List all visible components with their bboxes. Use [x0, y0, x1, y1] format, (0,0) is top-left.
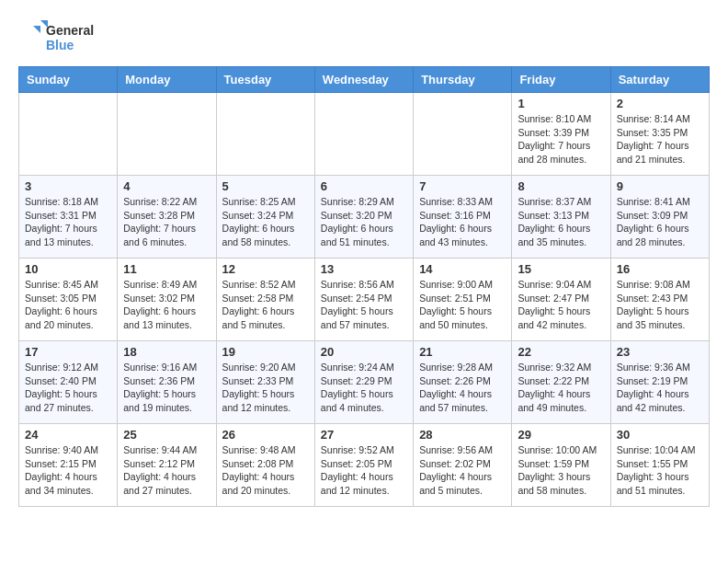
- day-info: Sunrise: 9:44 AM Sunset: 2:12 PM Dayligh…: [123, 443, 210, 498]
- day-number: 3: [25, 179, 111, 193]
- day-info: Sunrise: 9:04 AM Sunset: 2:47 PM Dayligh…: [518, 278, 604, 332]
- calendar-cell: 17Sunrise: 9:12 AM Sunset: 2:40 PM Dayli…: [19, 341, 118, 424]
- day-info: Sunrise: 8:29 AM Sunset: 3:20 PM Dayligh…: [321, 195, 407, 249]
- day-info: Sunrise: 8:25 AM Sunset: 3:24 PM Dayligh…: [222, 195, 309, 249]
- day-info: Sunrise: 8:18 AM Sunset: 3:31 PM Dayligh…: [25, 195, 111, 249]
- day-info: Sunrise: 10:04 AM Sunset: 1:55 PM Daylig…: [617, 443, 703, 498]
- day-number: 10: [25, 262, 111, 276]
- calendar-cell: 6Sunrise: 8:29 AM Sunset: 3:20 PM Daylig…: [314, 176, 413, 259]
- day-number: 7: [419, 179, 506, 193]
- day-number: 24: [25, 428, 111, 442]
- day-number: 19: [222, 345, 309, 359]
- day-info: Sunrise: 8:41 AM Sunset: 3:09 PM Dayligh…: [617, 195, 703, 249]
- day-info: Sunrise: 9:12 AM Sunset: 2:40 PM Dayligh…: [25, 361, 111, 415]
- calendar-cell: 1Sunrise: 8:10 AM Sunset: 3:39 PM Daylig…: [512, 93, 610, 176]
- calendar-cell: 18Sunrise: 9:16 AM Sunset: 2:36 PM Dayli…: [118, 341, 216, 424]
- day-info: Sunrise: 8:45 AM Sunset: 3:05 PM Dayligh…: [25, 278, 111, 332]
- day-number: 22: [518, 345, 604, 359]
- calendar: SundayMondayTuesdayWednesdayThursdayFrid…: [18, 66, 710, 507]
- day-number: 9: [617, 179, 703, 193]
- day-number: 27: [321, 428, 407, 442]
- day-number: 14: [419, 262, 506, 276]
- day-number: 23: [617, 345, 703, 359]
- day-info: Sunrise: 8:49 AM Sunset: 3:02 PM Dayligh…: [123, 278, 210, 332]
- day-number: 17: [25, 345, 111, 359]
- svg-marker-2: [40, 20, 48, 28]
- calendar-cell: 16Sunrise: 9:08 AM Sunset: 2:43 PM Dayli…: [610, 259, 709, 341]
- day-of-week-header: Friday: [512, 67, 610, 93]
- calendar-cell: 24Sunrise: 9:40 AM Sunset: 2:15 PM Dayli…: [19, 424, 118, 507]
- day-info: Sunrise: 8:33 AM Sunset: 3:16 PM Dayligh…: [419, 195, 506, 249]
- day-number: 2: [617, 97, 703, 110]
- day-info: Sunrise: 9:20 AM Sunset: 2:33 PM Dayligh…: [222, 361, 309, 415]
- calendar-cell: [216, 93, 314, 176]
- day-info: Sunrise: 8:22 AM Sunset: 3:28 PM Dayligh…: [123, 195, 210, 249]
- calendar-cell: 23Sunrise: 9:36 AM Sunset: 2:19 PM Dayli…: [610, 341, 709, 424]
- day-number: 12: [222, 262, 309, 276]
- calendar-cell: 29Sunrise: 10:00 AM Sunset: 1:59 PM Dayl…: [512, 424, 610, 507]
- day-info: Sunrise: 9:36 AM Sunset: 2:19 PM Dayligh…: [617, 361, 703, 415]
- day-info: Sunrise: 8:56 AM Sunset: 2:54 PM Dayligh…: [321, 278, 407, 332]
- logo: General Blue: [18, 18, 110, 57]
- day-number: 29: [518, 428, 604, 442]
- calendar-cell: 19Sunrise: 9:20 AM Sunset: 2:33 PM Dayli…: [216, 341, 314, 424]
- calendar-week-row: 17Sunrise: 9:12 AM Sunset: 2:40 PM Dayli…: [19, 341, 710, 424]
- day-number: 28: [419, 428, 506, 442]
- logo-svg: General Blue: [18, 18, 110, 57]
- calendar-cell: 3Sunrise: 8:18 AM Sunset: 3:31 PM Daylig…: [19, 176, 118, 259]
- day-info: Sunrise: 9:56 AM Sunset: 2:02 PM Dayligh…: [419, 443, 506, 498]
- day-number: 15: [518, 262, 604, 276]
- day-info: Sunrise: 9:52 AM Sunset: 2:05 PM Dayligh…: [321, 443, 407, 498]
- day-info: Sunrise: 9:32 AM Sunset: 2:22 PM Dayligh…: [518, 361, 604, 415]
- calendar-cell: 10Sunrise: 8:45 AM Sunset: 3:05 PM Dayli…: [19, 259, 118, 341]
- calendar-cell: 4Sunrise: 8:22 AM Sunset: 3:28 PM Daylig…: [118, 176, 216, 259]
- day-number: 25: [123, 428, 210, 442]
- day-info: Sunrise: 9:28 AM Sunset: 2:26 PM Dayligh…: [419, 361, 506, 415]
- day-number: 5: [222, 179, 309, 193]
- day-number: 6: [321, 179, 407, 193]
- calendar-week-row: 24Sunrise: 9:40 AM Sunset: 2:15 PM Dayli…: [19, 424, 710, 507]
- calendar-cell: 12Sunrise: 8:52 AM Sunset: 2:58 PM Dayli…: [216, 259, 314, 341]
- calendar-header-row: SundayMondayTuesdayWednesdayThursdayFrid…: [19, 67, 710, 93]
- day-info: Sunrise: 9:00 AM Sunset: 2:51 PM Dayligh…: [419, 278, 506, 332]
- day-number: 11: [123, 262, 210, 276]
- day-of-week-header: Sunday: [19, 67, 118, 93]
- calendar-cell: 28Sunrise: 9:56 AM Sunset: 2:02 PM Dayli…: [414, 424, 512, 507]
- day-info: Sunrise: 8:52 AM Sunset: 2:58 PM Dayligh…: [222, 278, 309, 332]
- calendar-week-row: 3Sunrise: 8:18 AM Sunset: 3:31 PM Daylig…: [19, 176, 710, 259]
- calendar-cell: 25Sunrise: 9:44 AM Sunset: 2:12 PM Dayli…: [118, 424, 216, 507]
- calendar-cell: 14Sunrise: 9:00 AM Sunset: 2:51 PM Dayli…: [414, 259, 512, 341]
- calendar-cell: 2Sunrise: 8:14 AM Sunset: 3:35 PM Daylig…: [610, 93, 709, 176]
- calendar-cell: 30Sunrise: 10:04 AM Sunset: 1:55 PM Dayl…: [610, 424, 709, 507]
- calendar-week-row: 1Sunrise: 8:10 AM Sunset: 3:39 PM Daylig…: [19, 93, 710, 176]
- calendar-cell: 13Sunrise: 8:56 AM Sunset: 2:54 PM Dayli…: [314, 259, 413, 341]
- day-number: 20: [321, 345, 407, 359]
- calendar-cell: [314, 93, 413, 176]
- day-number: 8: [518, 179, 604, 193]
- calendar-cell: 22Sunrise: 9:32 AM Sunset: 2:22 PM Dayli…: [512, 341, 610, 424]
- calendar-cell: 8Sunrise: 8:37 AM Sunset: 3:13 PM Daylig…: [512, 176, 610, 259]
- calendar-cell: 20Sunrise: 9:24 AM Sunset: 2:29 PM Dayli…: [314, 341, 413, 424]
- day-info: Sunrise: 10:00 AM Sunset: 1:59 PM Daylig…: [518, 443, 604, 498]
- calendar-cell: [19, 93, 118, 176]
- day-number: 21: [419, 345, 506, 359]
- day-info: Sunrise: 9:48 AM Sunset: 2:08 PM Dayligh…: [222, 443, 309, 498]
- day-number: 4: [123, 179, 210, 193]
- day-info: Sunrise: 9:40 AM Sunset: 2:15 PM Dayligh…: [25, 443, 111, 498]
- day-of-week-header: Monday: [118, 67, 216, 93]
- day-number: 30: [617, 428, 703, 442]
- calendar-cell: 7Sunrise: 8:33 AM Sunset: 3:16 PM Daylig…: [414, 176, 512, 259]
- calendar-cell: 21Sunrise: 9:28 AM Sunset: 2:26 PM Dayli…: [414, 341, 512, 424]
- svg-marker-3: [33, 26, 40, 33]
- day-info: Sunrise: 8:10 AM Sunset: 3:39 PM Dayligh…: [518, 112, 604, 167]
- calendar-cell: 9Sunrise: 8:41 AM Sunset: 3:09 PM Daylig…: [610, 176, 709, 259]
- calendar-cell: 5Sunrise: 8:25 AM Sunset: 3:24 PM Daylig…: [216, 176, 314, 259]
- day-of-week-header: Thursday: [414, 67, 512, 93]
- calendar-week-row: 10Sunrise: 8:45 AM Sunset: 3:05 PM Dayli…: [19, 259, 710, 341]
- page-header: General Blue: [18, 18, 710, 57]
- svg-text:General: General: [46, 23, 94, 38]
- calendar-cell: 27Sunrise: 9:52 AM Sunset: 2:05 PM Dayli…: [314, 424, 413, 507]
- calendar-cell: [414, 93, 512, 176]
- day-number: 13: [321, 262, 407, 276]
- day-info: Sunrise: 8:14 AM Sunset: 3:35 PM Dayligh…: [617, 112, 703, 167]
